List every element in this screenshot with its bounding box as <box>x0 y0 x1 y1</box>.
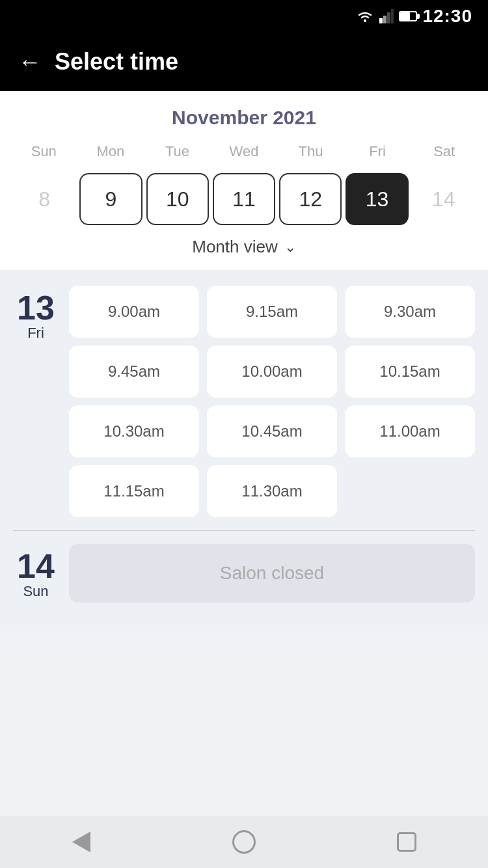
date-cell-10[interactable]: 10 <box>146 173 209 225</box>
svg-rect-4 <box>391 9 394 23</box>
weekday-mon: Mon <box>77 141 144 163</box>
status-time: 12:30 <box>422 6 472 27</box>
day-number-14: 14 <box>13 549 59 583</box>
time-slot-1045[interactable]: 10.45am <box>207 405 337 457</box>
status-bar: 12:30 <box>0 0 488 33</box>
app-header: ← Select time <box>0 33 488 91</box>
day-label-13: 13 Fri <box>13 286 59 342</box>
status-icons: 12:30 <box>356 6 472 27</box>
wifi-icon <box>356 9 374 23</box>
battery-icon <box>399 11 417 21</box>
svg-point-0 <box>364 20 366 22</box>
day-block-14: 14 Sun Salon closed <box>13 544 475 603</box>
time-slot-945[interactable]: 9.45am <box>69 346 199 398</box>
nav-bar <box>0 816 488 868</box>
day-number-13: 13 <box>13 291 59 325</box>
chevron-down-icon: ⌄ <box>284 239 296 256</box>
date-cell-13[interactable]: 13 <box>346 173 408 225</box>
svg-rect-1 <box>379 18 383 23</box>
time-slot-1030[interactable]: 10.30am <box>69 405 199 457</box>
date-cell-8[interactable]: 8 <box>13 173 75 225</box>
month-view-label: Month view <box>192 237 278 257</box>
date-cell-9[interactable]: 9 <box>79 173 142 225</box>
slots-section: 13 Fri 9.00am 9.15am 9.30am 9.45am 10.00… <box>0 270 488 631</box>
time-slot-1000[interactable]: 10.00am <box>207 346 337 398</box>
salon-closed-label: Salon closed <box>220 563 324 584</box>
nav-back-button[interactable] <box>62 822 101 861</box>
weekday-thu: Thu <box>277 141 344 163</box>
svg-rect-3 <box>387 12 390 23</box>
nav-recent-square-icon <box>397 832 416 852</box>
time-grid-13: 9.00am 9.15am 9.30am 9.45am 10.00am 10.1… <box>69 286 475 517</box>
nav-recent-button[interactable] <box>387 822 426 861</box>
signal-icon <box>379 9 394 23</box>
back-button[interactable]: ← <box>18 50 42 74</box>
calendar-section: November 2021 Sun Mon Tue Wed Thu Fri Sa… <box>0 91 488 270</box>
day-block-13: 13 Fri 9.00am 9.15am 9.30am 9.45am 10.00… <box>13 286 475 517</box>
weekday-sat: Sat <box>411 141 478 163</box>
weekday-fri: Fri <box>344 141 411 163</box>
nav-home-button[interactable] <box>224 822 264 861</box>
day-name-14: Sun <box>13 583 59 600</box>
weekday-tue: Tue <box>144 141 211 163</box>
svg-rect-2 <box>383 16 386 23</box>
month-view-toggle[interactable]: Month view ⌄ <box>10 225 478 270</box>
salon-closed-block: Salon closed <box>69 544 475 603</box>
nav-back-triangle-icon <box>72 832 90 852</box>
weekday-sun: Sun <box>10 141 77 163</box>
time-slot-930[interactable]: 9.30am <box>345 286 475 338</box>
time-slot-915[interactable]: 9.15am <box>207 286 337 338</box>
nav-home-circle-icon <box>232 830 256 854</box>
date-row: 8 9 10 11 12 13 14 <box>10 169 478 225</box>
date-cell-14[interactable]: 14 <box>413 173 475 225</box>
day-label-14: 14 Sun <box>13 544 59 600</box>
page-title: Select time <box>55 48 178 75</box>
time-slot-1015[interactable]: 10.15am <box>345 346 475 398</box>
time-slot-1115[interactable]: 11.15am <box>69 465 199 517</box>
date-cell-12[interactable]: 12 <box>279 173 342 225</box>
time-slot-1100[interactable]: 11.00am <box>345 405 475 457</box>
month-label: November 2021 <box>10 107 478 129</box>
weekday-row: Sun Mon Tue Wed Thu Fri Sat <box>10 141 478 163</box>
date-cell-11[interactable]: 11 <box>213 173 275 225</box>
day-divider <box>13 530 475 531</box>
day-name-13: Fri <box>13 325 59 342</box>
time-slot-900[interactable]: 9.00am <box>69 286 199 338</box>
time-slot-1130[interactable]: 11.30am <box>207 465 337 517</box>
weekday-wed: Wed <box>211 141 278 163</box>
